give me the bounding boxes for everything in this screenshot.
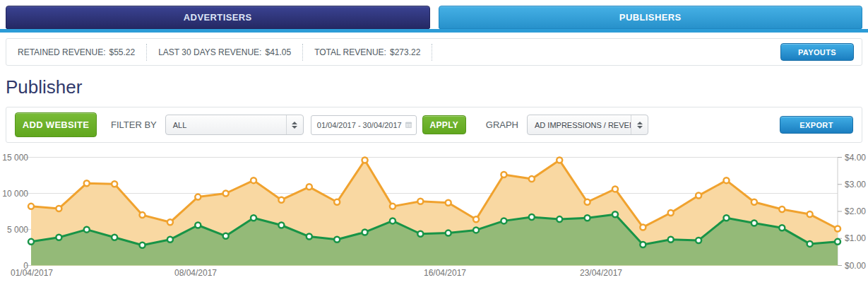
graph-label: GRAPH: [486, 119, 518, 130]
svg-text:10 000: 10 000: [2, 189, 28, 199]
top-tabs: ADVERTISERS PUBLISHERS: [6, 6, 862, 29]
svg-text:$0.00: $0.00: [845, 261, 866, 271]
svg-text:$3.00: $3.00: [845, 180, 866, 189]
chart-canvas: 05 00010 00015 000$0.00$1.00$2.00$3.00$4…: [0, 146, 868, 288]
filter-by-label: FILTER BY: [111, 119, 157, 130]
publisher-toolbar: ADD WEBSITE FILTER BY ALL 01/04/2017 - 3…: [6, 107, 862, 143]
export-button[interactable]: EXPORT: [780, 116, 853, 134]
svg-text:08/04/2017: 08/04/2017: [174, 268, 217, 278]
svg-text:15 000: 15 000: [2, 153, 28, 163]
last-30-days-revenue-label: LAST 30 DAYS REVENUE:: [158, 47, 261, 57]
filter-select-value: ALL: [166, 121, 286, 129]
last-30-days-revenue-value: $41.05: [265, 47, 291, 57]
filter-select[interactable]: ALL: [165, 115, 304, 135]
graph-select[interactable]: AD IMPRESSIONS / REVENUE: [527, 115, 648, 135]
select-spinner-icon: [286, 115, 303, 134]
total-revenue-label: TOTAL REVENUE:: [314, 47, 386, 57]
svg-text:$1.00: $1.00: [845, 233, 866, 243]
revenue-impressions-chart: 05 00010 00015 000$0.00$1.00$2.00$3.00$4…: [0, 146, 868, 291]
total-revenue-stat: TOTAL REVENUE: $273.22: [303, 44, 432, 61]
svg-text:$2.00: $2.00: [845, 206, 866, 216]
tab-publishers[interactable]: PUBLISHERS: [439, 6, 863, 29]
calendar-icon: [405, 119, 412, 130]
page-title: Publisher: [6, 76, 868, 98]
svg-text:$4.00: $4.00: [845, 153, 866, 163]
revenue-summary-bar: RETAINED REVENUE: $55.22 LAST 30 DAYS RE…: [6, 38, 862, 66]
add-website-button[interactable]: ADD WEBSITE: [15, 112, 97, 137]
svg-text:5 000: 5 000: [7, 225, 28, 235]
active-tab-strip: [0, 29, 868, 33]
apply-button[interactable]: APPLY: [422, 115, 466, 134]
tab-advertisers[interactable]: ADVERTISERS: [6, 6, 430, 29]
payouts-button[interactable]: PAYOUTS: [780, 43, 854, 61]
date-range-input[interactable]: 01/04/2017 - 30/04/2017: [311, 115, 417, 135]
retained-revenue-value: $55.22: [109, 47, 135, 57]
retained-revenue-stat: RETAINED REVENUE: $55.22: [6, 44, 147, 61]
svg-text:16/04/2017: 16/04/2017: [424, 268, 466, 278]
last-30-days-revenue-stat: LAST 30 DAYS REVENUE: $41.05: [147, 44, 303, 61]
total-revenue-value: $273.22: [390, 47, 420, 57]
graph-select-value: AD IMPRESSIONS / REVENUE: [528, 121, 631, 129]
retained-revenue-label: RETAINED REVENUE:: [18, 47, 105, 57]
svg-text:01/04/2017: 01/04/2017: [11, 268, 53, 278]
svg-text:23/04/2017: 23/04/2017: [580, 268, 622, 278]
select-spinner-icon: [631, 115, 648, 134]
date-range-value: 01/04/2017 - 30/04/2017: [317, 121, 402, 129]
